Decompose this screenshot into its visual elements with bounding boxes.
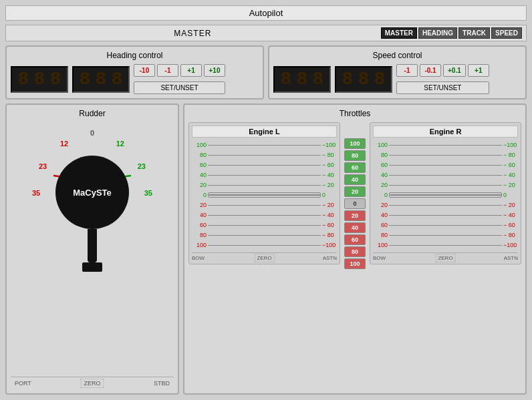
speed-plus01-btn[interactable]: +0.1 xyxy=(443,64,466,77)
tbtn-80r[interactable]: 80 xyxy=(344,246,366,257)
tbtn-100-bot[interactable]: 100 xyxy=(344,258,366,269)
snr-0: 0 xyxy=(322,192,337,198)
engine-r-astn: ASTN xyxy=(504,255,518,261)
engine-r-panel: Engine R 100 −100 80 − 80 60 xyxy=(370,122,521,264)
tbtn-20r[interactable]: 20 xyxy=(344,210,366,221)
r-scale-row-20r: 20 − 20 xyxy=(373,200,518,210)
r-scale-row-0: 0 0 xyxy=(373,190,518,200)
tbtn-100-top[interactable]: 100 xyxy=(344,138,366,149)
throttles-panel: Throttles Engine L 100 −100 80 − 80 xyxy=(183,104,527,395)
sd2-d2: 8 xyxy=(356,70,371,89)
snr-80f: − 80 xyxy=(322,152,337,158)
rudder-inner: 0 12 12 23 23 35 35 MaCySTe xyxy=(11,122,174,377)
scale-row-100f: 100 −100 xyxy=(192,140,337,150)
sn-20f: 20 xyxy=(192,182,207,188)
r-snr-60f: − 60 xyxy=(503,162,518,168)
engine-r-zero: ZERO xyxy=(435,254,455,262)
port-label: PORT xyxy=(15,380,31,387)
heading-plus1-btn[interactable]: +1 xyxy=(180,64,202,77)
r-sl-20r xyxy=(389,205,502,206)
snr-80r: − 80 xyxy=(322,232,337,238)
heading-minus1-btn[interactable]: -1 xyxy=(157,64,178,77)
sn-80f: 80 xyxy=(192,152,207,158)
r-sn-40r: 40 xyxy=(373,212,388,218)
r-scale-row-40f: 40 − 40 xyxy=(373,170,518,180)
mode-master-btn[interactable]: MASTER xyxy=(381,27,417,39)
speed-display-2: 8 8 8 xyxy=(335,66,392,93)
r-sn-20r: 20 xyxy=(373,202,388,208)
sl-100r xyxy=(208,245,321,246)
scale-row-80r: 80 − 80 xyxy=(192,230,337,240)
speed-neg-btns: -1 -0.1 +0.1 +1 xyxy=(396,64,489,77)
sn-40f: 40 xyxy=(192,172,207,178)
master-label: MASTER xyxy=(10,29,376,38)
mode-heading-btn[interactable]: HEADING xyxy=(418,27,457,39)
r-scale-row-60f: 60 − 60 xyxy=(373,160,518,170)
hd2-d1: 8 xyxy=(78,70,92,89)
heading-plus10-btn[interactable]: +10 xyxy=(204,64,225,77)
hd1-d2: 8 xyxy=(32,70,47,89)
rudder-label-0: 0 xyxy=(90,129,94,137)
heading-control-title: Heading control xyxy=(11,51,259,60)
r-sn-100r: 100 xyxy=(373,242,388,248)
rudder-stem-wide xyxy=(82,262,102,272)
snr-100r: −100 xyxy=(322,242,337,248)
heading-minus10-btn[interactable]: -10 xyxy=(134,64,155,77)
r-sn-80f: 80 xyxy=(373,152,388,158)
rudder-gauge: 0 12 12 23 23 35 35 MaCySTe xyxy=(25,129,159,236)
speed-set-unset-btn[interactable]: SET/UNSET xyxy=(396,81,489,94)
sd1-d1: 8 xyxy=(279,70,293,89)
sn-80r: 80 xyxy=(192,232,207,238)
rudder-panel: Rudder 0 12 12 23 23 35 35 xyxy=(5,104,179,395)
rudder-zero-bar: PORT ZERO STBD xyxy=(11,377,174,389)
r-sn-100f: 100 xyxy=(373,142,388,148)
tbtn-60r[interactable]: 60 xyxy=(344,234,366,245)
r-snr-0: 0 xyxy=(503,192,518,198)
heading-set-unset-btn[interactable]: SET/UNSET xyxy=(134,81,225,94)
r-sl-20f xyxy=(389,185,502,186)
rudder-brand-text: MaCySTe xyxy=(73,188,112,198)
engine-l-bottom: BOW ZERO ASTN xyxy=(192,252,337,261)
sn-60f: 60 xyxy=(192,162,207,168)
tbtn-40r[interactable]: 40 xyxy=(344,222,366,233)
r-sl-80f xyxy=(389,155,502,156)
tbtn-40[interactable]: 40 xyxy=(344,174,366,185)
speed-minus01-btn[interactable]: -0.1 xyxy=(420,64,441,77)
speed-control-title: Speed control xyxy=(273,51,521,60)
sl-100f xyxy=(208,145,321,146)
mode-track-btn[interactable]: TRACK xyxy=(458,27,490,39)
hd2-d3: 8 xyxy=(110,70,124,89)
sd1-d2: 8 xyxy=(295,70,309,89)
sn-60r: 60 xyxy=(192,222,207,228)
heading-display-2: 8 8 8 xyxy=(72,66,130,93)
rudder-zero-label: ZERO xyxy=(80,379,104,388)
engine-l-zero: ZERO xyxy=(254,254,274,262)
heading-neg-btns: -10 -1 +1 +10 xyxy=(134,64,225,77)
r-snr-80r: − 80 xyxy=(503,232,518,238)
speed-plus1-btn[interactable]: +1 xyxy=(468,64,489,77)
r-sn-60r: 60 xyxy=(373,222,388,228)
rudder-stem xyxy=(88,229,97,262)
tbtn-0[interactable]: 0 xyxy=(344,198,366,209)
r-scale-row-100f: 100 −100 xyxy=(373,140,518,150)
tbtn-80[interactable]: 80 xyxy=(344,150,366,161)
rudder-title: Rudder xyxy=(11,109,174,118)
scale-row-60f: 60 − 60 xyxy=(192,160,337,170)
tbtn-60[interactable]: 60 xyxy=(344,162,366,173)
snr-20r: − 20 xyxy=(322,202,337,208)
scale-row-40r: 40 − 40 xyxy=(192,210,337,220)
engine-l-astn: ASTN xyxy=(323,255,337,261)
app-title: Autopilot xyxy=(5,5,527,21)
speed-minus1-btn[interactable]: -1 xyxy=(396,64,418,77)
speed-display-row: 8 8 8 8 8 8 -1 -0.1 +0.1 +1 SET/UNSET xyxy=(273,64,521,94)
tbtn-20[interactable]: 20 xyxy=(344,186,366,197)
r-scale-row-40r: 40 − 40 xyxy=(373,210,518,220)
sl-60r xyxy=(208,225,321,226)
mode-speed-btn[interactable]: SPEED xyxy=(491,27,522,39)
r-sl-100r xyxy=(389,245,502,246)
sd2-d1: 8 xyxy=(340,70,355,89)
engine-l-bow: BOW xyxy=(192,255,205,261)
engines-row: Engine L 100 −100 80 − 80 60 xyxy=(188,122,521,389)
scale-row-80f: 80 − 80 xyxy=(192,150,337,160)
r-scale-row-20f: 20 − 20 xyxy=(373,180,518,190)
